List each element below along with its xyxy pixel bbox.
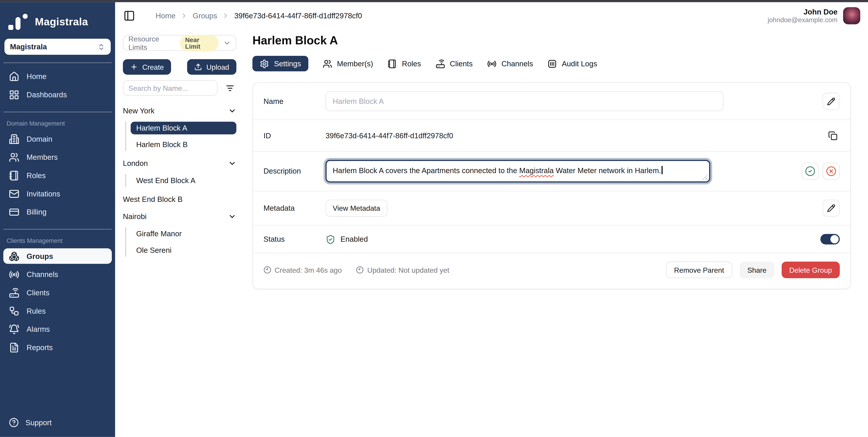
tree-group-london[interactable]: London <box>123 157 237 169</box>
search-row <box>123 80 237 96</box>
workspace-selector[interactable]: Magistrala <box>4 39 111 55</box>
plus-icon <box>130 63 138 71</box>
status-toggle[interactable] <box>820 234 840 244</box>
shield-check-icon <box>326 234 336 244</box>
description-textarea[interactable]: Harlem Block A covers the Apartments con… <box>326 160 710 182</box>
file-text-icon <box>9 342 19 353</box>
cancel-description-button[interactable] <box>823 163 840 180</box>
clock-icon <box>264 266 271 274</box>
remove-parent-button[interactable]: Remove Parent <box>666 262 732 278</box>
sidebar-item-billing[interactable]: Billing <box>0 203 115 221</box>
search-input[interactable] <box>123 80 218 96</box>
pencil-icon <box>827 97 835 105</box>
app-root: Magistrala Magistrala Home Dashboards Do… <box>0 0 868 437</box>
sidebar-item-roles[interactable]: Roles <box>0 167 115 185</box>
breadcrumb-groups[interactable]: Groups <box>193 11 217 20</box>
tab-roles[interactable]: Roles <box>388 59 421 68</box>
section-label-domain-management: Domain Management <box>0 117 115 130</box>
router-icon <box>9 288 19 298</box>
router-icon <box>435 59 445 68</box>
window-top-strip <box>0 0 868 2</box>
sidebar-item-invitations[interactable]: Invitations <box>0 185 115 203</box>
sidebar-item-clients[interactable]: Clients <box>0 284 115 302</box>
chevron-down-icon[interactable] <box>228 106 237 115</box>
tree-item-harlem-block-b[interactable]: Harlem Block B <box>131 138 237 151</box>
chevrons-up-down-icon <box>97 43 105 51</box>
tree-children: Harlem Block A Harlem Block B <box>125 122 236 151</box>
resource-limits-select[interactable]: Resource Limits Near Limit <box>123 35 237 51</box>
description-label: Description <box>264 167 326 175</box>
tree-group-west-end-block-b[interactable]: West End Block B <box>123 193 237 205</box>
status-text: Enabled <box>340 235 368 243</box>
sidebar-toggle-button[interactable] <box>123 10 135 21</box>
name-input[interactable] <box>326 91 723 111</box>
groups-panel: Resource Limits Near Limit Create Upload… <box>115 29 252 437</box>
misspelled-word: Magistrala <box>519 167 554 175</box>
name-row: Name <box>253 83 850 120</box>
user-info: John Doe johndoe@example.com <box>768 7 838 24</box>
avatar[interactable] <box>843 7 860 24</box>
share-button[interactable]: Share <box>740 262 774 278</box>
edit-name-button[interactable] <box>823 93 840 110</box>
tab-audit-logs[interactable]: Audit Logs <box>548 59 597 68</box>
tree-group-new-york[interactable]: New York <box>123 105 237 117</box>
tab-channels[interactable]: Channels <box>487 59 533 68</box>
notebook-icon <box>9 170 19 181</box>
sidebar-item-home[interactable]: Home <box>0 67 115 86</box>
page-title: Harlem Block A <box>252 34 868 47</box>
tabs: Settings Member(s) Roles Clients Channel… <box>252 56 868 71</box>
sidebar-item-groups[interactable]: Groups <box>3 248 112 264</box>
sidebar-item-dashboards[interactable]: Dashboards <box>0 86 115 104</box>
bell-icon <box>9 324 19 334</box>
filter-lines-icon <box>225 83 235 93</box>
users-icon <box>9 152 19 163</box>
tree-group-nairobi[interactable]: Nairobi <box>123 210 237 223</box>
sidebar: Magistrala Magistrala Home Dashboards Do… <box>0 2 115 437</box>
filter-button[interactable] <box>223 81 237 95</box>
edit-metadata-button[interactable] <box>823 200 840 217</box>
tab-settings[interactable]: Settings <box>252 56 308 71</box>
settings-gear-icon <box>259 59 269 68</box>
credit-card-icon <box>9 207 19 217</box>
delete-group-button[interactable]: Delete Group <box>781 262 840 278</box>
app-logo: Magistrala <box>0 2 115 31</box>
view-metadata-button[interactable]: View Metadata <box>326 200 388 217</box>
sidebar-item-support[interactable]: Support <box>0 410 115 437</box>
sidebar-item-reports[interactable]: Reports <box>0 339 115 357</box>
tab-clients[interactable]: Clients <box>435 59 472 68</box>
user-name: John Doe <box>768 7 838 16</box>
create-group-button[interactable]: Create <box>123 59 171 74</box>
group-settings-card: Name ID 39f6e73d-6414-44f7-86ff-d1dff297… <box>252 82 851 289</box>
panel-left-icon <box>123 10 135 21</box>
confirm-description-button[interactable] <box>802 163 819 180</box>
upload-group-button[interactable]: Upload <box>187 59 237 74</box>
tree-item-harlem-block-a[interactable]: Harlem Block A <box>131 122 237 134</box>
tree-item-ole-sereni[interactable]: Ole Sereni <box>131 244 237 257</box>
chevron-down-icon[interactable] <box>228 159 237 167</box>
sidebar-item-rules[interactable]: Rules <box>0 302 115 320</box>
chevron-down-icon[interactable] <box>228 212 237 221</box>
sidebar-item-channels[interactable]: Channels <box>0 265 115 284</box>
mail-icon <box>9 189 19 199</box>
id-row: ID 39f6e73d-6414-44f7-86ff-d1dff2978cf0 <box>253 120 850 152</box>
breadcrumb-home[interactable]: Home <box>156 11 176 20</box>
tree-item-west-end-block-a[interactable]: West End Block A <box>131 174 237 187</box>
groups-tree: New York Harlem Block A Harlem Block B L… <box>123 105 237 257</box>
tree-children: Giraffe Manor Ole Sereni <box>125 227 236 257</box>
workspace-name: Magistrala <box>10 42 47 51</box>
sidebar-divider <box>3 229 112 230</box>
timestamps: Created: 3m 46s ago Updated: Not updated… <box>264 266 666 274</box>
user-email: johndoe@example.com <box>768 16 838 24</box>
tab-members[interactable]: Member(s) <box>322 59 373 68</box>
workflow-icon <box>9 306 19 316</box>
tree-item-giraffe-manor[interactable]: Giraffe Manor <box>131 227 237 240</box>
group-actions: Create Upload <box>123 59 237 74</box>
topbar: Home Groups 39f6e73d-6414-44f7-86ff-d1df… <box>115 2 868 29</box>
created-timestamp: Created: 3m 46s ago <box>264 266 342 274</box>
sidebar-item-domain[interactable]: Domain <box>0 130 115 148</box>
sidebar-divider <box>3 112 112 112</box>
sidebar-item-alarms[interactable]: Alarms <box>0 320 115 339</box>
copy-id-button[interactable] <box>826 128 840 143</box>
user-menu[interactable]: John Doe johndoe@example.com <box>768 7 860 24</box>
sidebar-item-members[interactable]: Members <box>0 148 115 167</box>
